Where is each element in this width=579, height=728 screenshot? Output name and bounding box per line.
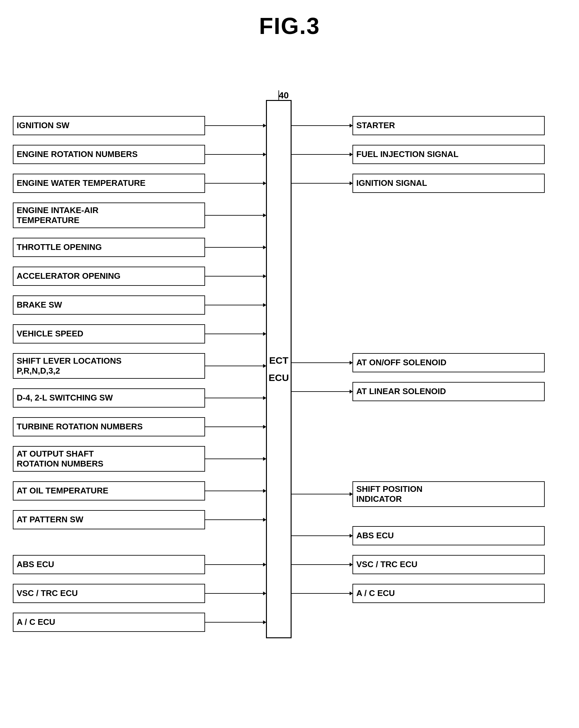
arrow-accelerator-opening: [205, 276, 266, 277]
box-vsc-trc-left: VSC / TRC ECU: [13, 584, 205, 603]
ecu-label: ECU: [268, 372, 289, 383]
arrow-engine-water-temp: [205, 183, 266, 184]
box-engine-rotation: ENGINE ROTATION NUMBERS: [13, 145, 205, 164]
box-engine-water-temp: ENGINE WATER TEMPERATURE: [13, 174, 205, 193]
box-at-oil-temp: AT OIL TEMPERATURE: [13, 481, 205, 500]
box-d4-switching: D-4, 2-L SWITCHING SW: [13, 388, 205, 408]
arrow-vsc-trc-right: [292, 564, 352, 565]
vert-top-connector: [279, 90, 279, 100]
arrow-ac-ecu-right: [292, 593, 352, 594]
box-starter: STARTER: [352, 116, 545, 135]
arrow-shift-position-indicator: [292, 494, 352, 494]
box-abs-ecu-right: ABS ECU: [352, 526, 545, 545]
label-40: 40: [279, 90, 289, 101]
box-throttle-opening: THROTTLE OPENING: [13, 238, 205, 257]
arrow-abs-ecu-left: [205, 564, 266, 565]
ect-label: ECT: [269, 355, 288, 366]
box-brake-sw: BRAKE SW: [13, 295, 205, 315]
arrow-at-pattern-sw: [205, 519, 266, 520]
box-ignition-sw: IGNITION SW: [13, 116, 205, 135]
box-ac-ecu-right: A / C ECU: [352, 584, 545, 603]
box-abs-ecu-left: ABS ECU: [13, 555, 205, 574]
arrow-ignition-signal: [292, 183, 352, 184]
arrow-shift-lever: [205, 366, 266, 366]
arrow-abs-ecu-right: [292, 536, 352, 536]
diagram: 40 ECT ECU IGNITION SW ENGINE ROTATION N…: [0, 58, 579, 728]
arrow-d4-switching: [205, 398, 266, 398]
box-vehicle-speed: VEHICLE SPEED: [13, 324, 205, 343]
box-ignition-signal: IGNITION SIGNAL: [352, 174, 545, 193]
page-title: FIG.3: [0, 0, 579, 58]
arrow-starter: [292, 125, 352, 126]
arrow-at-onoff-solenoid: [292, 362, 352, 363]
box-shift-lever: SHIFT LEVER LOCATIONSP,R,N,D,3,2: [13, 353, 205, 379]
box-turbine-rotation: TURBINE ROTATION NUMBERS: [13, 417, 205, 436]
box-shift-position-indicator: SHIFT POSITIONINDICATOR: [352, 481, 545, 507]
arrow-turbine-rotation: [205, 426, 266, 427]
arrow-engine-intake-air: [205, 215, 266, 216]
ecu-center-block: ECT ECU: [266, 100, 292, 638]
box-at-pattern-sw: AT PATTERN SW: [13, 510, 205, 529]
box-vsc-trc-right: VSC / TRC ECU: [352, 555, 545, 574]
arrow-vsc-trc-left: [205, 593, 266, 594]
arrow-at-output-shaft: [205, 459, 266, 459]
box-at-linear-solenoid: AT LINEAR SOLENOID: [352, 382, 545, 401]
box-accelerator-opening: ACCELERATOR OPENING: [13, 267, 205, 286]
box-fuel-injection: FUEL INJECTION SIGNAL: [352, 145, 545, 164]
box-at-onoff-solenoid: AT ON/OFF SOLENOID: [352, 353, 545, 372]
arrow-fuel-injection: [292, 154, 352, 155]
arrow-ac-ecu-left: [205, 622, 266, 623]
box-at-output-shaft: AT OUTPUT SHAFTROTATION NUMBERS: [13, 446, 205, 472]
arrow-at-oil-temp: [205, 491, 266, 491]
box-engine-intake-air: ENGINE INTAKE-AIRTEMPERATURE: [13, 203, 205, 228]
arrow-throttle-opening: [205, 247, 266, 248]
arrow-engine-rotation: [205, 154, 266, 155]
arrow-at-linear-solenoid: [292, 391, 352, 392]
box-ac-ecu-left: A / C ECU: [13, 613, 205, 632]
arrow-ignition-sw: [205, 125, 266, 126]
arrow-brake-sw: [205, 305, 266, 305]
arrow-vehicle-speed: [205, 334, 266, 334]
